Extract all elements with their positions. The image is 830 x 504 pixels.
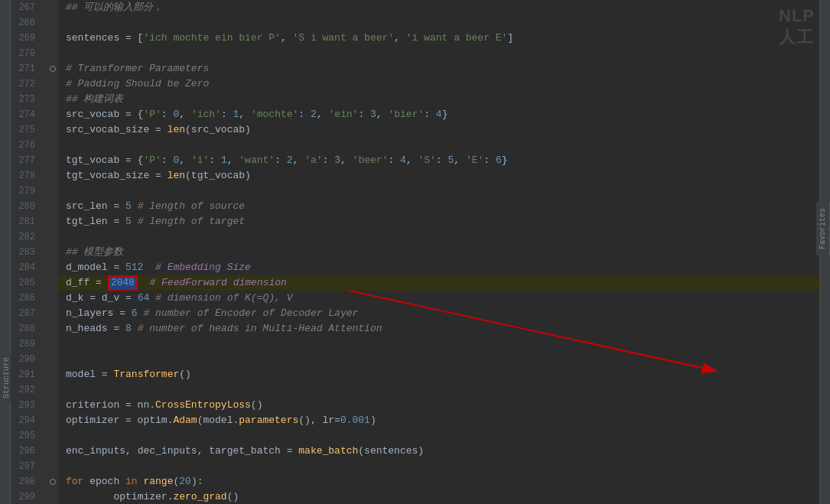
code-keyword: for: [66, 474, 83, 489]
code-plain: :: [161, 153, 174, 168]
code-plain: ,: [179, 153, 191, 168]
code-plain: (): [227, 489, 239, 504]
code-comment: # length of target: [138, 214, 245, 229]
code-plain: (: [173, 474, 179, 489]
table-row: src_vocab_size = len(src_vocab): [58, 122, 819, 138]
code-var: d_ff: [66, 275, 90, 291]
table-row: [58, 428, 819, 444]
table-row: [58, 352, 819, 367]
code-var: src_vocab_size: [66, 122, 149, 138]
table-row: criterion = nn.CrossEntropyLoss(): [58, 398, 819, 413]
code-plain: = {: [119, 107, 143, 122]
line-number: 278: [11, 168, 41, 184]
code-plain: }: [442, 107, 448, 122]
code-plain: :: [358, 107, 370, 122]
code-string: 'mochte': [251, 107, 298, 122]
code-number: 4: [400, 153, 406, 168]
code-func: zero_grad: [173, 489, 226, 504]
table-row: ## 可以的输入部分，: [58, 0, 819, 15]
code-plain: :: [436, 153, 448, 168]
table-row: [58, 15, 819, 31]
line-number: 284: [11, 260, 41, 275]
code-plain: ,: [317, 107, 329, 122]
right-panel: Favorites NLP人工: [819, 0, 830, 504]
line-number: 286: [11, 291, 41, 306]
code-plain: =: [108, 199, 125, 214]
code-comment: # number of heads in Multi-Head Attentio…: [138, 321, 382, 337]
code-number: 6: [132, 306, 138, 321]
code-number: 5: [448, 153, 454, 168]
table-row: tgt_vocab_size = len(tgt_vocab): [58, 168, 819, 184]
code-string: 'ich': [191, 107, 221, 122]
code-number: 512: [125, 260, 143, 275]
code-number: 5: [125, 199, 132, 214]
code-plain: epoch: [83, 474, 125, 489]
code-plain: :: [161, 107, 174, 122]
table-row: src_vocab = {'P': 0, 'ich': 1, 'mochte':…: [58, 107, 819, 122]
line-number: 288: [11, 321, 41, 337]
code-plain: [143, 260, 155, 275]
code-func: range: [143, 474, 173, 489]
line-number: 276: [11, 138, 41, 153]
code-plain: [132, 321, 138, 337]
italic-comment: # FeedForward dimension: [149, 275, 286, 291]
code-plain: = {: [119, 153, 143, 168]
code-number: 1: [233, 107, 239, 122]
code-plain: [149, 291, 155, 306]
code-plain: = nn.: [119, 398, 155, 413]
code-plain: =: [119, 291, 137, 306]
left-sidebar: Structure: [0, 0, 11, 504]
code-plain: ,: [406, 153, 418, 168]
code-plain: :: [323, 153, 335, 168]
code-var: d_k: [66, 291, 83, 306]
line-number: 298: [11, 474, 41, 489]
nlp-watermark: NLP人工: [779, 6, 815, 49]
code-func: Adam: [173, 413, 197, 428]
code-plain: (), lr=: [298, 413, 340, 428]
table-row: [58, 337, 819, 352]
code-string: 'a': [304, 153, 322, 168]
line-number: 268: [11, 15, 41, 31]
code-plain: =: [149, 168, 167, 184]
code-func: parameters: [239, 413, 298, 428]
code-plain: :: [424, 107, 436, 122]
line-number: 275: [11, 122, 41, 138]
table-row: n_layers = 6 # number of Encoder of Deco…: [58, 306, 819, 321]
line-number: 293: [11, 398, 41, 413]
code-var: sentences: [66, 31, 119, 46]
table-row: [58, 459, 819, 474]
code-var: tgt_vocab: [66, 153, 119, 168]
code-plain: (src_vocab): [185, 122, 251, 138]
code-var: tgt_vocab_size: [66, 168, 149, 184]
code-plain: =: [113, 306, 131, 321]
code-plain: = [: [119, 31, 143, 46]
line-number: 294: [11, 413, 41, 428]
code-plain: (): [179, 367, 191, 382]
table-row: tgt_len = 5 # length of target: [58, 214, 819, 229]
line-number: 281: [11, 214, 41, 229]
code-var: src_len: [66, 199, 108, 214]
code-string: 'ein': [328, 107, 358, 122]
code-number: 5: [125, 214, 132, 229]
table-row: [58, 229, 819, 245]
favorites-tab[interactable]: Favorites: [816, 202, 830, 255]
table-row: src_len = 5 # length of source: [58, 199, 819, 214]
line-number: 274: [11, 107, 41, 122]
code-plain: =: [83, 291, 101, 306]
code-func: Transformer: [113, 367, 179, 382]
line-numbers: 2672682692702712722732742752762772782792…: [11, 0, 47, 504]
code-plain: ,: [454, 153, 466, 168]
table-row: d_ff = 2048 # FeedForward dimension: [58, 275, 819, 291]
line-number: 270: [11, 46, 41, 61]
code-plain: (model.: [197, 413, 239, 428]
table-row: # Transformer Parameters: [58, 61, 819, 76]
code-var: src_vocab: [66, 107, 119, 122]
code-var: tgt_len: [66, 214, 108, 229]
code-number: 64: [138, 291, 150, 306]
code-var: optimizer: [113, 489, 167, 504]
code-plain: :: [275, 153, 287, 168]
code-plain: :: [483, 153, 496, 168]
code-number: 2: [287, 153, 293, 168]
table-row: ## 模型参数: [58, 245, 819, 260]
code-plain: [138, 306, 144, 321]
